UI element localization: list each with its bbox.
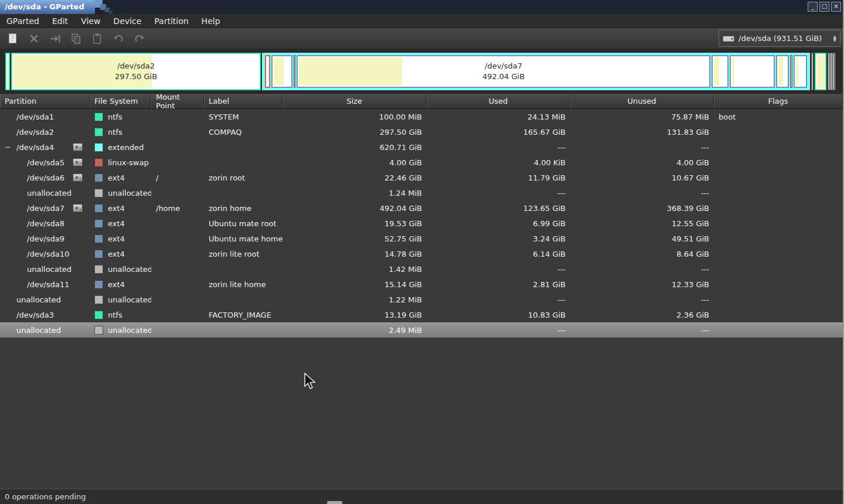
cell-mount-point [151,261,204,277]
table-row[interactable]: /dev/sda8ext4Ubuntu mate root19.53 GiB6.… [0,216,843,231]
cell-filesystem: unallocated [90,261,151,277]
gparted-window: /dev/sda - GParted _ □ × GParted Edit Vi… [0,0,844,504]
delete-button[interactable] [23,30,45,47]
column-header-size[interactable]: Size [283,94,427,108]
cell-used: 4.00 KiB [427,155,570,170]
table-row[interactable]: /dev/sda10ext4zorin lite root14.78 GiB6.… [0,246,843,261]
disk-segment-dev-sda2[interactable]: /dev/sda2297.50 GiB [11,53,261,90]
cell-used: 10.83 GiB [427,307,570,322]
column-header-unused[interactable]: Unused [570,94,714,108]
disk-segment-unallocated[interactable] [790,55,792,88]
table-row[interactable]: unallocatedunallocated1.22 MiB------ [0,292,843,307]
cell-used: --- [427,261,570,277]
cell-unused: --- [570,322,714,338]
column-header-filesystem[interactable]: File System [90,94,151,108]
partition-name: /dev/sda6 [27,173,64,182]
column-header-flags[interactable]: Flags [714,94,843,108]
table-row[interactable]: /dev/sda1ntfsSYSTEM100.00 MiB24.13 MiB75… [0,109,843,124]
cell-mount-point: / [151,170,204,185]
table-row[interactable]: /dev/sda2ntfsCOMPAQ297.50 GiB165.67 GiB1… [0,124,843,139]
new-partition-button[interactable] [2,30,23,47]
table-row[interactable]: /dev/sda9ext4Ubuntu mate home52.75 GiB3.… [0,231,843,246]
cell-size: 4.00 GiB [283,155,427,170]
cell-label [204,185,283,200]
used-space-fill [274,57,284,86]
table-row[interactable]: /dev/sda5linux-swap4.00 GiB4.00 KiB4.00 … [0,155,843,170]
disk-segment-extended[interactable]: /dev/sda7492.04 GiB [262,53,810,90]
disk-segment-dev-sda7[interactable]: /dev/sda7492.04 GiB [297,55,710,88]
disk-segment-dev-sda1[interactable] [5,53,10,90]
menu-edit[interactable]: Edit [46,14,74,28]
menu-partition[interactable]: Partition [148,14,195,28]
spinner-arrows-icon[interactable]: ▲▼ [833,35,837,42]
cell-unused: --- [570,139,714,155]
table-row[interactable]: /dev/sda6ext4/zorin root22.46 GiB11.79 G… [0,170,843,185]
cell-label: COMPAQ [204,124,283,139]
menu-device[interactable]: Device [107,14,148,28]
column-header-used[interactable]: Used [427,94,570,108]
minimize-button[interactable]: _ [808,2,818,12]
column-header-mountpoint[interactable]: Mount Point [151,94,204,108]
table-row[interactable]: −/dev/sda4extended620.71 GiB------ [0,139,843,155]
cell-mount-point [151,246,204,261]
disk-segment-dev-sda3[interactable] [815,53,826,90]
disk-segment-unallocated[interactable] [294,55,295,88]
resize-move-button[interactable] [45,30,66,47]
disk-segment-unallocated[interactable] [811,53,814,90]
tree-expander[interactable]: − [5,143,13,151]
partition-name: /dev/sda3 [16,311,54,319]
pending-operations-status: 0 operations pending [5,492,86,501]
keys-icon [73,143,83,151]
paste-button[interactable] [87,30,108,47]
disk-segment-dev-sda5[interactable] [265,55,270,88]
redo-button[interactable] [129,30,150,47]
used-space-fill [796,57,798,86]
disk-segment-dev-sda6[interactable] [271,55,292,88]
cell-partition: /dev/sda7 [0,200,90,216]
disk-segment-dev-sda8[interactable] [712,55,729,88]
column-header-partition[interactable]: Partition [0,94,90,108]
partition-name: /dev/sda5 [27,158,64,167]
hidden-panel-hint[interactable] [327,501,342,504]
cell-unused: 4.00 GiB [570,155,714,170]
cell-partition: unallocated [0,322,90,338]
filesystem-name: ext4 [108,250,125,258]
undo-icon [112,32,125,45]
disk-segment-dev-sda10[interactable] [776,55,789,88]
cell-unused: 12.55 GiB [570,216,714,231]
cell-flags [714,155,843,170]
disk-segment-unallocated[interactable] [828,53,836,90]
device-selector[interactable]: /dev/sda (931.51 GiB) ▲▼ [719,30,840,47]
cell-size: 13.19 GiB [283,307,427,322]
menu-view[interactable]: View [74,14,107,28]
filesystem-color-swatch [94,113,103,121]
column-header-label[interactable]: Label [204,94,283,108]
disk-segment-dev-sda9[interactable] [730,55,775,88]
cell-filesystem: ext4 [90,200,151,216]
close-button[interactable]: × [831,2,841,12]
disk-segment-dev-sda11[interactable] [794,55,807,88]
copy-button[interactable] [66,30,87,47]
filesystem-color-swatch [94,173,103,182]
cell-label: zorin lite home [204,277,283,292]
undo-button[interactable] [108,30,129,47]
menu-gparted[interactable]: GParted [0,14,46,28]
table-row[interactable]: /dev/sda7ext4/homezorin home492.04 GiB12… [0,200,843,216]
maximize-button[interactable]: □ [819,2,829,12]
filesystem-name: linux-swap [108,158,149,167]
table-row[interactable]: /dev/sda3ntfsFACTORY_IMAGE13.19 GiB10.83… [0,307,843,322]
partition-name: unallocated [27,265,72,274]
table-row[interactable]: unallocatedunallocated1.24 MiB------ [0,185,843,200]
titlebar[interactable]: /dev/sda - GParted _ □ × [0,0,843,14]
copy-icon [70,32,83,45]
table-row[interactable]: /dev/sda11ext4zorin lite home15.14 GiB2.… [0,277,843,292]
table-row[interactable]: unallocatedunallocated2.49 MiB------ [0,322,843,338]
menu-help[interactable]: Help [195,14,227,28]
cell-mount-point [151,124,204,139]
redo-icon [133,32,146,45]
cell-partition: /dev/sda6 [0,170,90,185]
partition-name: /dev/sda7 [27,204,64,213]
table-row[interactable]: unallocatedunallocated1.42 MiB------ [0,261,843,277]
cell-flags [714,200,843,216]
hard-drive-icon [722,32,735,45]
